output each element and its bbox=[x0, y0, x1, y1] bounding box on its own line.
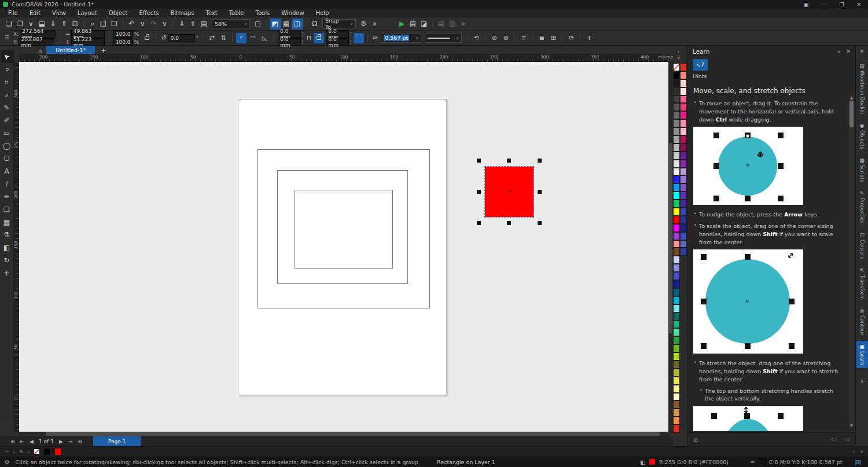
menu-item[interactable]: Table bbox=[223, 10, 250, 16]
menu-item[interactable]: File bbox=[2, 10, 24, 16]
selection-handle[interactable] bbox=[507, 159, 511, 163]
docker-close-icon[interactable]: ✕ bbox=[860, 46, 865, 59]
scrollbar-thumb[interactable] bbox=[849, 101, 854, 127]
corner-radius-bl-field[interactable]: 0.0 mm bbox=[278, 38, 301, 46]
scale-v-field[interactable]: 100.0 bbox=[113, 38, 133, 46]
color-swatch[interactable] bbox=[673, 312, 680, 321]
menu-item[interactable]: Object bbox=[103, 10, 134, 16]
pick-tool[interactable]: ➤ bbox=[1, 50, 13, 63]
color-swatch[interactable] bbox=[673, 264, 680, 272]
docker-tab-scripts[interactable]: ▦ Scripts bbox=[856, 155, 868, 185]
color-swatch[interactable] bbox=[673, 232, 680, 240]
menu-item[interactable]: Layout bbox=[72, 10, 103, 16]
color-swatch[interactable] bbox=[673, 168, 680, 176]
corner-radius-br-field[interactable]: 0.0 mm bbox=[326, 38, 349, 46]
full-screen-preview-icon[interactable]: ▢ bbox=[252, 19, 263, 30]
color-swatch[interactable] bbox=[680, 224, 687, 232]
color-swatch[interactable] bbox=[673, 280, 680, 288]
color-swatch[interactable] bbox=[673, 240, 680, 248]
color-swatch[interactable] bbox=[673, 248, 680, 256]
color-swatch[interactable] bbox=[673, 160, 680, 168]
color-swatch[interactable] bbox=[673, 425, 680, 433]
color-swatch[interactable] bbox=[680, 111, 687, 119]
color-swatch[interactable] bbox=[673, 119, 680, 127]
docker-tab-properties[interactable]: ✎ Properties bbox=[856, 187, 868, 226]
docker-tab-woodman-docker[interactable]: ▤ Woodman Docker bbox=[856, 60, 868, 117]
learn-home-icon[interactable]: ⌂ bbox=[694, 436, 698, 443]
menu-item[interactable]: View bbox=[46, 10, 72, 16]
scrollbar-thumb[interactable] bbox=[669, 143, 672, 334]
color-swatch[interactable] bbox=[673, 200, 680, 208]
collab-comments-icon[interactable]: ▥ bbox=[447, 19, 458, 30]
scroll-down-icon[interactable]: ▼ bbox=[849, 423, 854, 427]
last-page-button[interactable]: ⇥ bbox=[68, 439, 73, 444]
mirror-horizontal-button[interactable]: ⇄ bbox=[207, 33, 217, 43]
palette-overflow-icon[interactable]: » bbox=[860, 449, 863, 454]
pen-tool[interactable]: ✒ bbox=[1, 190, 13, 203]
next-page-button[interactable]: ▶ bbox=[59, 439, 63, 444]
snap-to-select[interactable]: Snap To∨ bbox=[322, 19, 356, 28]
convert-to-curves-button[interactable]: ⟳ bbox=[566, 33, 576, 43]
color-swatch[interactable] bbox=[673, 409, 680, 417]
vertical-scrollbar[interactable] bbox=[668, 62, 673, 432]
export-icon[interactable]: ⇧ bbox=[187, 19, 198, 30]
color-swatch[interactable] bbox=[680, 119, 687, 127]
color-swatch[interactable] bbox=[673, 377, 680, 385]
color-swatch[interactable] bbox=[680, 160, 687, 168]
selected-object[interactable]: ✕ bbox=[485, 167, 534, 217]
outline-width-select[interactable]: 0.567 pt ∨ bbox=[381, 34, 421, 43]
color-swatch[interactable] bbox=[673, 135, 680, 144]
color-swatch[interactable] bbox=[673, 272, 680, 280]
interactive-shadow-tool[interactable]: ❏ bbox=[1, 203, 13, 216]
menu-item[interactable]: Tools bbox=[250, 10, 276, 16]
line-tool[interactable]: ∕ bbox=[1, 178, 13, 190]
color-swatch[interactable] bbox=[680, 71, 687, 79]
pattern-tool[interactable]: ▦ bbox=[1, 216, 13, 229]
cloud-upload-icon[interactable]: ⇑ bbox=[58, 19, 69, 30]
color-swatch[interactable] bbox=[673, 304, 680, 312]
y-position-field[interactable]: 203.807 mm bbox=[19, 38, 54, 46]
color-swatch[interactable] bbox=[673, 344, 680, 352]
color-swatch[interactable] bbox=[673, 321, 680, 329]
customize-plus-button[interactable]: + bbox=[584, 33, 594, 43]
run-preview-icon[interactable]: ▶ bbox=[396, 19, 407, 30]
collapse-icon[interactable]: ‹ bbox=[28, 449, 30, 455]
docker-tab-transform[interactable]: ⇱ Transform bbox=[856, 264, 868, 303]
color-swatch[interactable] bbox=[673, 208, 680, 216]
color-swatch[interactable] bbox=[673, 192, 680, 200]
scroll-up-icon[interactable]: ▲ bbox=[849, 95, 854, 100]
selection-handle[interactable] bbox=[477, 159, 481, 163]
color-swatch[interactable] bbox=[680, 192, 687, 200]
scale-h-field[interactable]: 100.0 bbox=[113, 30, 133, 38]
sheet-icon[interactable]: ▤ bbox=[407, 19, 418, 30]
selection-handle[interactable] bbox=[538, 221, 542, 225]
zoom-level-select[interactable]: 58%∨ bbox=[212, 19, 250, 28]
color-swatch[interactable] bbox=[680, 208, 687, 216]
rectangle-tool[interactable]: ▭ bbox=[1, 127, 13, 139]
ellipse-tool[interactable]: ◯ bbox=[1, 139, 13, 152]
edit-palette-icon[interactable]: ✎ bbox=[19, 449, 24, 455]
doc-swatch-black[interactable] bbox=[44, 448, 50, 455]
interactive-fill-tool[interactable]: ↻ bbox=[1, 254, 13, 267]
shape-tool[interactable]: ▹ bbox=[1, 63, 13, 76]
docker-tab-learn[interactable]: ▣ Learn bbox=[856, 341, 868, 368]
palette-options-icon[interactable]: › bbox=[678, 49, 679, 54]
color-swatch[interactable] bbox=[680, 152, 687, 160]
docker-tab-corners[interactable]: ◰ Corners bbox=[856, 229, 868, 262]
color-swatch[interactable] bbox=[673, 369, 680, 377]
color-swatch[interactable] bbox=[673, 71, 680, 79]
minimize-button[interactable]: — bbox=[821, 2, 826, 8]
color-swatch[interactable] bbox=[680, 103, 687, 111]
color-swatch[interactable] bbox=[680, 135, 687, 144]
close-button[interactable]: ✕ bbox=[856, 2, 861, 8]
toggle-rulers-icon[interactable]: ◩ bbox=[270, 19, 281, 30]
add-page-button[interactable]: ⊕ bbox=[10, 439, 15, 444]
redo-dropdown-icon[interactable]: ∨ bbox=[159, 19, 170, 30]
zoom-tool[interactable]: ⌕ bbox=[1, 89, 13, 101]
color-swatch[interactable] bbox=[680, 200, 687, 208]
color-swatch[interactable] bbox=[680, 232, 687, 240]
undo-icon[interactable]: ↶ bbox=[126, 19, 137, 30]
text-tool[interactable]: A bbox=[1, 165, 13, 178]
scrollbar-thumb[interactable] bbox=[46, 432, 660, 436]
color-swatch[interactable] bbox=[680, 127, 687, 135]
